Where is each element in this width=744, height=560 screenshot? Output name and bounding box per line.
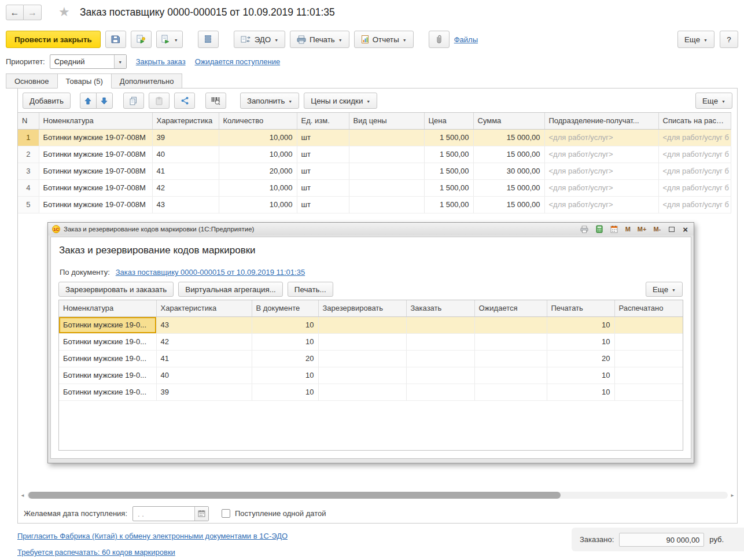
marking-codes-row-cell[interactable] [318,333,406,350]
items-table-row-cell[interactable]: <для работ/услуг б [658,196,731,213]
items-table-row-cell[interactable]: 2 [18,146,39,163]
add-row-button[interactable]: Добавить [23,93,71,109]
items-table-row-cell[interactable]: 3 [18,163,39,179]
scroll-right-icon[interactable]: ► [729,493,736,498]
dialog-more-menu-button[interactable]: Еще ▼ [646,282,683,297]
post-and-close-button[interactable]: Провести и закрыть [6,31,101,48]
attachments-button[interactable] [429,31,450,48]
items-table-row-cell[interactable]: шт [297,129,349,146]
marking-codes-row-cell[interactable]: 20 [252,350,318,367]
items-table-row-cell[interactable]: шт [297,146,349,163]
files-link[interactable]: Файлы [454,35,478,44]
favorite-star-icon[interactable]: ★ [58,5,70,20]
items-table-row-cell[interactable]: 10,000 [219,146,297,163]
marking-codes-row-cell[interactable]: 10 [252,333,318,350]
items-table-row-cell[interactable] [349,146,424,163]
items-table-row-cell[interactable]: 20,000 [219,163,297,179]
marking-codes-row-cell[interactable]: 10 [547,333,614,350]
marking-codes-row[interactable]: Ботинки мужские 19-0...401010 [59,367,683,384]
barcode-scan-button[interactable] [205,93,226,109]
items-table-row-cell[interactable]: Ботинки мужские 19-07-008М [39,196,152,213]
marking-codes-row-cell[interactable] [614,350,683,367]
items-table-row-cell[interactable]: Ботинки мужские 19-07-008М [39,146,152,163]
col-header-price[interactable]: Цена [424,113,473,129]
items-table-row-cell[interactable]: Ботинки мужские 19-07-008М [39,129,152,146]
marking-codes-row[interactable]: Ботинки мужские 19-0...391010 [59,384,683,400]
marking-codes-row[interactable]: Ботинки мужские 19-0...412020 [59,350,683,367]
tab-goods[interactable]: Товары (5) [57,73,112,89]
marking-codes-row-cell[interactable] [614,333,683,350]
scroll-left-icon[interactable]: ◄ [19,493,26,498]
marking-codes-row-cell[interactable]: 10 [547,367,614,384]
items-table-row[interactable]: 1Ботинки мужские 19-07-008М3910,000шт1 5… [18,129,731,146]
print-menu-button[interactable]: Печать ▼ [290,31,349,48]
items-table-row-cell[interactable] [349,196,424,213]
items-table-row-cell[interactable] [349,179,424,196]
marking-codes-row-cell[interactable] [406,384,474,400]
marking-codes-row-cell[interactable]: 40 [156,367,252,384]
items-table-row-cell[interactable]: 41 [152,163,219,179]
marking-codes-row-cell[interactable] [406,350,474,367]
items-table-row-cell[interactable]: <для работ/услуг б [658,146,731,163]
items-table-row-cell[interactable]: <для работ/услуг б [658,129,731,146]
save-button[interactable] [105,31,126,48]
print-required-link[interactable]: Требуется распечатать: 60 кодов маркиров… [17,548,175,557]
memory-m-button[interactable]: M [624,226,632,233]
marking-codes-row-cell[interactable] [406,316,474,333]
marking-codes-row-cell[interactable]: 10 [252,384,318,400]
col-header-characteristic[interactable]: Характеристика [156,300,252,316]
items-table-row-cell[interactable]: шт [297,179,349,196]
items-table-row-cell[interactable]: 10,000 [219,196,297,213]
dialog-calendar-button[interactable] [609,224,620,234]
marking-codes-row-cell[interactable] [318,350,406,367]
marking-codes-row-cell[interactable]: 10 [547,316,614,333]
items-table-row-cell[interactable]: <для работ/услуг б [658,163,731,179]
col-header-reserve[interactable]: Зарезервировать [318,300,406,316]
forward-button[interactable]: → [24,5,42,20]
move-row-up-button[interactable] [80,93,97,109]
col-header-unit[interactable]: Ед. изм. [297,113,349,129]
memory-m-minus-button[interactable]: M- [651,226,662,233]
marking-codes-row-cell[interactable] [474,333,547,350]
marking-codes-row-cell[interactable] [318,384,406,400]
marking-codes-row-cell[interactable]: 10 [252,316,318,333]
marking-codes-row-cell[interactable] [474,350,547,367]
back-button[interactable]: ← [6,5,24,20]
close-order-link[interactable]: Закрыть заказ [136,57,186,66]
horizontal-scrollbar[interactable]: ◄ ► [19,491,736,499]
desired-date-input[interactable]: . . [132,506,209,521]
move-row-down-button[interactable] [96,93,113,109]
priority-select[interactable]: Средний ▼ [50,54,127,69]
col-header-printed[interactable]: Распечатано [614,300,683,316]
items-table-row-cell[interactable]: 30 000,00 [473,163,544,179]
marking-codes-row-cell[interactable] [614,384,683,400]
items-more-menu-button[interactable]: Еще ▼ [695,93,732,109]
awaiting-receipt-link[interactable]: Ожидается поступление [195,57,281,66]
col-header-price-kind[interactable]: Вид цены [349,113,424,129]
col-header-department[interactable]: Подразделение-получат... [544,113,658,129]
col-header-expected[interactable]: Ожидается [474,300,547,316]
marking-codes-row-cell[interactable]: Ботинки мужские 19-0... [59,333,156,350]
items-table-row-cell[interactable]: 15 000,00 [473,129,544,146]
marking-codes-row-cell[interactable] [474,384,547,400]
items-table-row-cell[interactable]: 1 500,00 [424,146,473,163]
marking-codes-row-cell[interactable] [474,316,547,333]
items-table-row-cell[interactable]: 4 [18,179,39,196]
items-table-row-cell[interactable]: 10,000 [219,129,297,146]
share-rows-button[interactable] [174,93,195,109]
prices-discounts-menu-button[interactable]: Цены и скидки ▼ [304,93,377,109]
maximize-button[interactable] [666,224,677,234]
create-based-on-button[interactable]: ▼ [156,31,183,48]
items-table-row[interactable]: 4Ботинки мужские 19-07-008М4210,000шт1 5… [18,179,731,196]
items-table-row-cell[interactable]: <для работ/услуг б [658,179,731,196]
marking-codes-row-cell[interactable] [614,367,683,384]
items-table-row-cell[interactable]: <для работ/услуг> [544,146,658,163]
dialog-titlebar[interactable]: 1С Заказ и резервирование кодов маркиров… [48,223,694,235]
col-header-nomenclature[interactable]: Номенклатура [39,113,152,129]
items-table-row-cell[interactable]: шт [297,163,349,179]
items-table-row[interactable]: 5Ботинки мужские 19-07-008М4310,000шт1 5… [18,196,731,213]
marking-codes-row-cell[interactable]: 39 [156,384,252,400]
dialog-calculator-button[interactable] [594,224,605,234]
items-table-row-cell[interactable]: 1 500,00 [424,163,473,179]
items-table-row-cell[interactable]: <для работ/услуг> [544,179,658,196]
